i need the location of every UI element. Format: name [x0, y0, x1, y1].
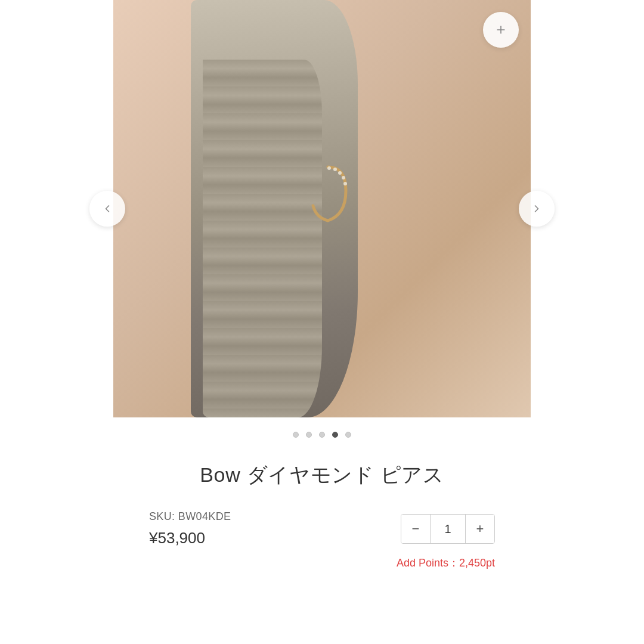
carousel-next-button[interactable]	[519, 191, 555, 227]
svg-point-1	[333, 168, 337, 171]
product-price: ¥53,900	[149, 529, 231, 547]
carousel-dot-2[interactable]	[319, 432, 325, 438]
carousel-dot-4[interactable]	[345, 432, 351, 438]
chevron-left-icon	[101, 203, 113, 215]
carousel-dot-1[interactable]	[306, 432, 312, 438]
plus-icon	[495, 24, 507, 36]
product-image-wrapper	[113, 0, 531, 417]
add-points-label[interactable]: Add Points：2,450pt	[397, 556, 495, 570]
svg-point-2	[338, 171, 342, 175]
sku-label: SKU: BW04KDE	[149, 510, 231, 523]
earring-illustration	[298, 161, 358, 233]
carousel-dot-3[interactable]	[332, 432, 338, 438]
svg-point-4	[343, 182, 347, 185]
carousel-prev-button[interactable]	[89, 191, 125, 227]
image-hair-braid	[203, 60, 322, 417]
quantity-increase-button[interactable]: +	[466, 515, 494, 543]
product-details: SKU: BW04KDE ¥53,900 − 1 +	[149, 510, 495, 547]
carousel-dot-0[interactable]	[293, 432, 299, 438]
quantity-decrease-button[interactable]: −	[401, 515, 430, 543]
svg-point-3	[342, 176, 345, 179]
sku-price-block: SKU: BW04KDE ¥53,900	[149, 510, 231, 547]
svg-point-0	[327, 166, 331, 170]
points-row: Add Points：2,450pt	[149, 556, 495, 570]
quantity-stepper[interactable]: − 1 +	[401, 514, 495, 544]
image-plus-button[interactable]	[483, 12, 519, 48]
product-image-container	[113, 0, 531, 417]
chevron-right-icon	[531, 203, 543, 215]
product-title: Bow ダイヤモンド ピアス	[149, 462, 495, 489]
carousel-dots	[293, 432, 351, 438]
product-info: Bow ダイヤモンド ピアス SKU: BW04KDE ¥53,900 − 1 …	[113, 462, 531, 570]
quantity-value: 1	[430, 515, 466, 543]
